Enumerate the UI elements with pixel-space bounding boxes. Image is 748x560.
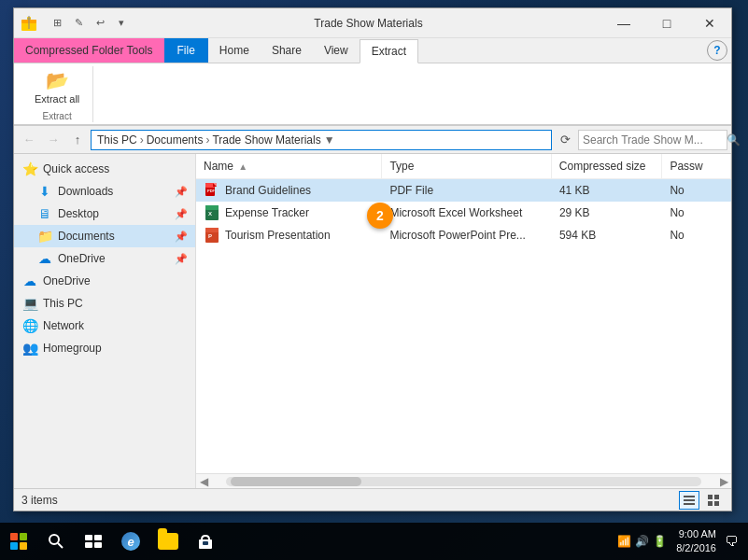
svg-line-24 — [58, 543, 63, 548]
scroll-right-btn[interactable]: ▶ — [716, 474, 731, 489]
svg-rect-28 — [94, 542, 102, 548]
battery-tray-icon: 🔋 — [653, 535, 667, 548]
desktop: ⊞ ✎ ↩ ▾ Trade Show Materials — □ ✕ Compr… — [0, 0, 748, 560]
close-button[interactable]: ✕ — [688, 8, 731, 38]
downloads-icon: ⬇ — [36, 183, 53, 200]
sidebar-item-network[interactable]: 🌐 Network — [14, 315, 195, 337]
scroll-left-btn[interactable]: ◀ — [196, 474, 211, 489]
network-tray-icon: 📶 — [617, 535, 631, 548]
status-bar: 3 items — [14, 488, 731, 511]
ribbon-content: 📂 Extract all Extract — [14, 63, 731, 126]
tab-file[interactable]: File — [164, 38, 208, 63]
ribbon-tabs: Compressed Folder Tools File Home Share … — [14, 38, 731, 63]
search-box[interactable]: 🔍 — [578, 130, 727, 150]
svg-rect-30 — [203, 541, 208, 545]
svg-rect-22 — [714, 501, 719, 506]
window-controls: — □ ✕ — [602, 8, 731, 38]
sidebar-item-onedrive[interactable]: ☁ OneDrive — [14, 270, 195, 292]
store-button[interactable] — [187, 523, 224, 560]
up-button[interactable]: ↑ — [66, 129, 89, 151]
path-documents[interactable]: Documents — [147, 133, 204, 147]
window-title: Trade Show Materials — [134, 17, 602, 30]
sidebar-item-downloads[interactable]: ⬇ Downloads 📌 — [14, 180, 195, 203]
forward-button[interactable]: → — [42, 129, 64, 151]
col-header-compressed[interactable]: Compressed size — [552, 154, 663, 178]
svg-rect-18 — [684, 503, 695, 505]
time-display: 9:00 AM — [676, 527, 716, 541]
qat-properties[interactable]: ⊞ — [48, 14, 66, 33]
svg-rect-20 — [714, 495, 719, 499]
back-button[interactable]: ← — [18, 129, 40, 151]
file-size-expense: 29 KB — [552, 203, 663, 222]
start-button[interactable] — [0, 523, 37, 560]
sidebar-item-homegroup[interactable]: 👥 Homegroup — [14, 337, 195, 359]
sidebar-label-documents: Documents — [58, 230, 115, 243]
tab-extract[interactable]: Extract — [360, 39, 418, 63]
taskbar-search-button[interactable] — [37, 523, 75, 560]
sidebar-label-network: Network — [43, 319, 84, 332]
col-header-password[interactable]: Passw — [662, 154, 731, 178]
tab-home[interactable]: Home — [208, 38, 261, 63]
edge-button[interactable]: e — [112, 523, 149, 560]
svg-text:PDF: PDF — [207, 189, 216, 193]
extract-all-button[interactable]: 📂 Extract all — [29, 66, 85, 107]
sidebar-item-this-pc[interactable]: 💻 This PC — [14, 292, 195, 315]
network-icon: 🌐 — [21, 317, 38, 334]
file-name-expense: X Expense Tracker — [196, 202, 382, 224]
file-explorer-button[interactable] — [149, 523, 187, 560]
file-name-tourism: P Tourism Presentation — [196, 224, 382, 246]
scroll-thumb[interactable] — [231, 477, 361, 486]
address-bar: ← → ↑ This PC › Documents › Trade Show M… — [14, 126, 731, 154]
svg-rect-11 — [205, 205, 219, 210]
help-button[interactable]: ? — [707, 40, 727, 61]
file-row-brand-guidelines[interactable]: PDF Brand Guidelines PDF File 41 KB No — [196, 179, 731, 202]
title-bar: ⊞ ✎ ↩ ▾ Trade Show Materials — □ ✕ — [14, 8, 731, 38]
sidebar-label-onedrive-pin: OneDrive — [58, 252, 106, 265]
qat-redo[interactable]: ↩ — [91, 14, 109, 33]
taskbar: e 📶 🔊 🔋 9:00 AM 8/2/2016 🗨 — [0, 523, 748, 560]
svg-rect-21 — [708, 501, 713, 506]
volume-tray-icon: 🔊 — [635, 535, 649, 548]
search-input[interactable] — [583, 133, 723, 147]
details-view-button[interactable] — [679, 491, 699, 510]
qat-dropdown[interactable]: ▾ — [112, 14, 131, 33]
col-header-name[interactable]: Name ▲ — [196, 154, 382, 178]
col-header-type[interactable]: Type — [382, 154, 551, 178]
path-folder[interactable]: Trade Show Materials — [212, 133, 320, 147]
tab-view[interactable]: View — [313, 38, 360, 63]
file-row-expense-tracker[interactable]: X Expense Tracker Microsoft Excel Worksh… — [196, 202, 731, 224]
sidebar-item-onedrive-pin[interactable]: ☁ OneDrive 📌 — [14, 247, 195, 270]
task-view-button[interactable] — [75, 523, 112, 560]
file-row-tourism[interactable]: P Tourism Presentation Microsoft PowerPo… — [196, 224, 731, 246]
notification-button[interactable]: 🗨 — [722, 523, 741, 560]
svg-rect-19 — [708, 495, 713, 499]
minimize-button[interactable]: — — [602, 8, 645, 38]
tiles-view-button[interactable] — [703, 491, 724, 510]
documents-icon: 📁 — [36, 228, 53, 245]
ribbon-group-extract: 📂 Extract all Extract — [21, 66, 93, 122]
svg-rect-16 — [684, 496, 695, 497]
onedrive-pin-icon: ☁ — [36, 250, 53, 267]
tab-share[interactable]: Share — [261, 38, 313, 63]
sidebar-label-desktop: Desktop — [58, 207, 99, 220]
file-pw-expense: No — [662, 203, 731, 222]
this-pc-icon: 💻 — [21, 295, 38, 312]
clock[interactable]: 9:00 AM 8/2/2016 — [676, 527, 716, 556]
qat-undo[interactable]: ✎ — [69, 14, 88, 33]
tab-compressed-folder-tools[interactable]: Compressed Folder Tools — [14, 38, 164, 63]
refresh-button[interactable]: ⟳ — [554, 129, 576, 151]
path-this-pc[interactable]: This PC — [97, 133, 137, 147]
sidebar-label-downloads: Downloads — [58, 185, 113, 198]
file-area: Name ▲ Type Compressed size Passw — [196, 154, 731, 488]
address-path[interactable]: This PC › Documents › Trade Show Materia… — [91, 130, 552, 150]
sidebar-item-desktop[interactable]: 🖥 Desktop 📌 — [14, 203, 195, 225]
edge-icon: e — [121, 532, 140, 551]
quick-access-toolbar: ⊞ ✎ ↩ ▾ — [44, 14, 134, 33]
svg-rect-26 — [94, 535, 102, 540]
sidebar: ⭐ Quick access ⬇ Downloads 📌 🖥 Desktop 📌… — [14, 154, 196, 488]
file-type-expense: Microsoft Excel Worksheet — [382, 203, 551, 222]
maximize-button[interactable]: □ — [645, 8, 688, 38]
horizontal-scrollbar[interactable]: ◀ ▶ — [196, 473, 731, 488]
sidebar-item-documents[interactable]: 📁 Documents 📌 — [14, 225, 195, 247]
sidebar-item-quick-access[interactable]: ⭐ Quick access — [14, 158, 195, 180]
